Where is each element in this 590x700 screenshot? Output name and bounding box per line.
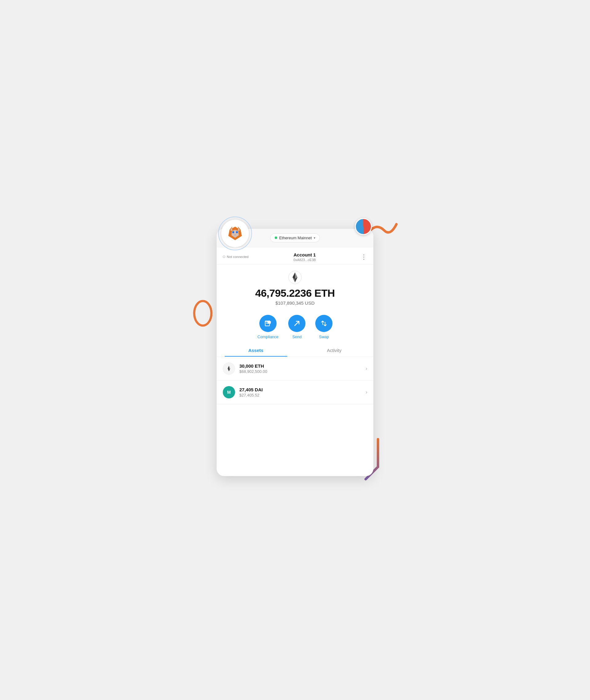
- send-label: Send: [292, 335, 301, 339]
- dai-asset-info: 27,405 DAI $27,405.52: [239, 387, 366, 397]
- chevron-down-icon: ▾: [314, 236, 315, 240]
- dai-asset-value: $27,405.52: [239, 393, 366, 397]
- connection-label: Not connected: [227, 255, 249, 259]
- status-circle-icon: [223, 255, 225, 258]
- swap-icon: [320, 320, 327, 327]
- account-info: Account 1 0xA823...cE3B: [293, 252, 316, 262]
- eth-asset-value: $68,902,500.00: [239, 369, 366, 374]
- actions-row: Compliance Send: [217, 309, 373, 342]
- send-button[interactable]: Send: [288, 315, 305, 339]
- fox-avatar-container[interactable]: [218, 217, 252, 250]
- swap-icon-circle: [315, 315, 332, 332]
- connection-status-group: Not connected: [223, 255, 249, 259]
- swap-label: Swap: [319, 335, 329, 339]
- balance-usd: $107,890,345 USD: [275, 301, 315, 306]
- send-icon-circle: [288, 315, 305, 332]
- svg-point-8: [236, 231, 238, 233]
- compliance-button[interactable]: Compliance: [258, 315, 279, 339]
- network-selector[interactable]: Ethereum Mainnet ▾: [270, 233, 320, 242]
- balance-section: 46,795.2236 ETH $107,890,345 USD: [217, 264, 373, 309]
- svg-point-7: [232, 231, 234, 233]
- asset-item-dai[interactable]: M 27,405 DAI $27,405.52 ›: [217, 380, 373, 404]
- eth-token-icon: [225, 365, 232, 372]
- balance-eth: 46,795.2236 ETH: [255, 287, 335, 299]
- eth-asset-icon: [223, 362, 235, 375]
- tabs-row: Assets Activity: [217, 344, 373, 357]
- svg-text:M: M: [227, 390, 231, 395]
- network-status-dot: [275, 236, 277, 239]
- wallet-card: Ethereum Mainnet ▾ Not connected Account…: [217, 229, 373, 476]
- svg-point-0: [194, 301, 211, 326]
- more-menu-button[interactable]: ⋮: [361, 253, 367, 260]
- dai-token-icon: M: [225, 389, 232, 395]
- eth-asset-chevron-icon: ›: [366, 366, 367, 371]
- connection-status: Not connected: [223, 255, 249, 259]
- eth-asset-info: 30,000 ETH $68,902,500.00: [239, 363, 366, 374]
- eth-balance-icon: [288, 270, 302, 284]
- account-section: Not connected Account 1 0xA823...cE3B ⋮: [217, 247, 373, 264]
- tab-activity[interactable]: Activity: [295, 344, 373, 357]
- swap-button[interactable]: Swap: [315, 315, 332, 339]
- dai-asset-chevron-icon: ›: [366, 389, 367, 395]
- asset-item-eth[interactable]: 30,000 ETH $68,902,500.00 ›: [217, 357, 373, 380]
- dai-asset-name: 27,405 DAI: [239, 387, 366, 392]
- profile-avatar[interactable]: [355, 218, 372, 235]
- assets-list: 30,000 ETH $68,902,500.00 › M 27,405 DAI…: [217, 357, 373, 476]
- dai-asset-icon: M: [223, 386, 235, 398]
- deco-ellipse-left: [191, 298, 215, 329]
- scene: Ethereum Mainnet ▾ Not connected Account…: [200, 212, 390, 488]
- send-icon: [293, 320, 301, 327]
- account-address: 0xA823...cE3B: [293, 258, 316, 262]
- compliance-icon: [264, 320, 272, 327]
- compliance-icon-circle: [259, 315, 277, 332]
- eth-asset-name: 30,000 ETH: [239, 363, 366, 369]
- account-name: Account 1: [293, 252, 316, 257]
- fox-avatar: [221, 220, 249, 247]
- metamask-fox-icon: [226, 224, 244, 243]
- tab-assets[interactable]: Assets: [217, 344, 295, 357]
- compliance-label: Compliance: [258, 335, 279, 339]
- network-name: Ethereum Mainnet: [279, 236, 312, 240]
